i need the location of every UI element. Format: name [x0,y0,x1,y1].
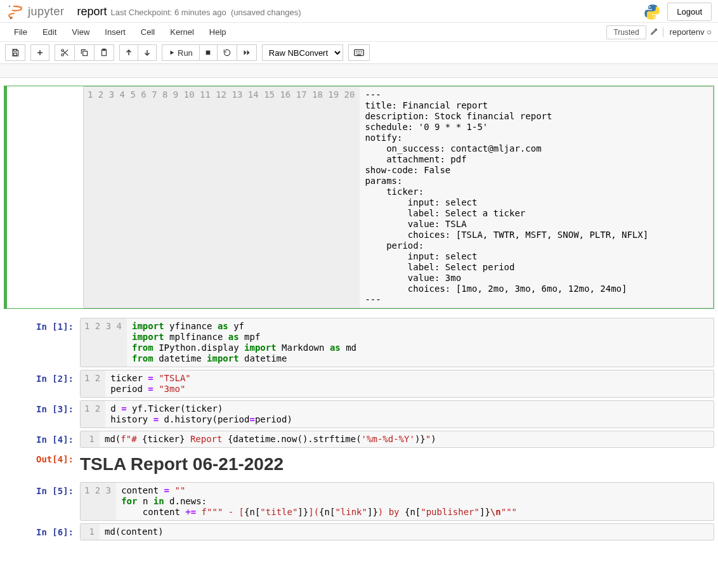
checkpoint-status: Last Checkpoint: 6 minutes ago (unsaved … [111,8,301,17]
line-gutter: 1 [81,524,100,540]
arrow-up-icon [125,49,133,56]
notebook-name[interactable]: report [77,5,107,18]
svg-point-10 [62,49,64,52]
in-prompt: In [1]: [4,318,80,367]
in-prompt: In [3]: [4,400,80,428]
line-gutter: 1 2 [81,401,105,428]
menu-file[interactable]: File [6,23,35,41]
line-gutter: 1 2 3 4 5 6 7 8 9 10 11 12 13 14 15 16 1… [84,87,360,308]
move-up-button[interactable] [119,44,138,61]
svg-point-2 [9,5,11,7]
menubar: FileEditViewInsertCellKernelHelp Trusted… [0,23,718,42]
code-content[interactable]: content = "" for n in d.news: content +=… [116,483,714,520]
in-prompt: In [2]: [4,370,80,398]
trusted-indicator[interactable]: Trusted [606,25,646,39]
keyboard-icon [354,49,364,56]
code-content[interactable]: ticker = "TSLA" period = "3mo" [105,370,714,397]
header-right: Logout [643,3,712,21]
insert-cell-button[interactable] [30,44,49,61]
svg-point-1 [9,13,22,18]
code-cell[interactable]: In [2]:1 2ticker = "TSLA" period = "3mo" [4,370,714,398]
paste-button[interactable] [94,44,114,61]
svg-rect-7 [14,49,17,51]
command-palette-button[interactable] [348,44,370,61]
code-input-area[interactable]: 1md(content) [80,523,714,540]
in-prompt: In [4]: [4,431,80,448]
code-content[interactable]: d = yf.Ticker(ticker) history = d.histor… [105,401,714,428]
code-cell[interactable]: In [5]:1 2 3content = "" for n in d.news… [4,482,714,521]
notebook-header: jupyter report Last Checkpoint: 6 minute… [0,0,718,23]
menu-insert[interactable]: Insert [97,23,133,41]
restart-run-all-button[interactable] [237,44,257,61]
copy-icon [80,48,89,57]
edit-pencil-icon[interactable] [650,27,659,37]
copy-button[interactable] [74,44,94,61]
menu-edit[interactable]: Edit [35,23,64,41]
svg-rect-11 [83,51,88,56]
code-cell[interactable]: In [1]:1 2 3 4import yfinance as yf impo… [4,318,714,367]
svg-point-5 [649,6,651,7]
menu-help[interactable]: Help [202,23,234,41]
menu-kernel[interactable]: Kernel [162,23,202,41]
interrupt-button[interactable] [199,44,217,61]
markdown-output: TSLA Report 06-21-2022 [80,450,714,480]
move-down-button[interactable] [138,44,157,61]
code-content[interactable]: import yfinance as yf import mplfinance … [127,318,714,367]
restart-button[interactable] [217,44,237,61]
plus-icon [36,49,44,56]
svg-point-6 [654,16,655,18]
logout-button[interactable]: Logout [667,3,712,21]
code-input-area[interactable]: 1md(f"# {ticker} Report {datetime.now().… [80,431,714,448]
code-input-area[interactable]: 1 2d = yf.Ticker(ticker) history = d.his… [80,400,714,428]
code-input-area[interactable]: 1 2 3content = "" for n in d.news: conte… [80,482,714,521]
scissors-icon [60,48,69,57]
fast-forward-icon [242,49,251,56]
svg-rect-14 [206,51,211,55]
in-prompt [7,86,83,308]
arrow-down-icon [143,49,151,56]
notebook-container: 1 2 3 4 5 6 7 8 9 10 11 12 13 14 15 16 1… [0,78,718,562]
menu-list: FileEditViewInsertCellKernelHelp [6,23,234,41]
restart-icon [223,48,232,57]
raw-cell[interactable]: 1 2 3 4 5 6 7 8 9 10 11 12 13 14 15 16 1… [4,86,714,309]
jupyter-logo[interactable]: jupyter [6,3,65,21]
line-gutter: 1 2 [81,370,105,397]
kernel-name[interactable]: reportenv ○ [663,27,712,37]
output-cell: Out[4]:TSLA Report 06-21-2022 [4,450,714,480]
code-cell[interactable]: In [4]:1md(f"# {ticker} Report {datetime… [4,431,714,448]
jupyter-logo-icon [6,3,24,21]
code-cell[interactable]: In [6]:1md(content) [4,523,714,540]
svg-point-3 [21,6,22,8]
save-icon [11,48,20,57]
toolbar-gap [0,64,718,78]
code-input-area[interactable]: 1 2 3 4 5 6 7 8 9 10 11 12 13 14 15 16 1… [83,86,714,308]
run-button[interactable]: Run [162,44,199,61]
stop-icon [205,49,211,56]
cell-type-select[interactable]: Raw NBConvert [262,44,343,61]
svg-point-0 [9,6,22,10]
menubar-right: Trusted reportenv ○ [606,25,712,39]
code-content[interactable]: md(content) [100,524,714,540]
kernel-busy-icon: ○ [707,27,712,37]
title-area: report Last Checkpoint: 6 minutes ago (u… [77,5,301,18]
svg-point-4 [10,17,12,19]
play-icon [169,49,175,56]
code-cell[interactable]: In [3]:1 2d = yf.Ticker(ticker) history … [4,400,714,428]
output-heading: TSLA Report 06-21-2022 [80,454,714,474]
line-gutter: 1 2 3 4 [81,318,127,367]
code-input-area[interactable]: 1 2ticker = "TSLA" period = "3mo" [80,370,714,398]
paste-icon [100,48,108,57]
save-button[interactable] [5,44,25,61]
cut-button[interactable] [55,44,74,61]
code-input-area[interactable]: 1 2 3 4import yfinance as yf import mplf… [80,318,714,367]
code-content[interactable]: md(f"# {ticker} Report {datetime.now().s… [100,431,714,447]
svg-point-9 [62,54,64,56]
menu-view[interactable]: View [64,23,97,41]
line-gutter: 1 [81,431,100,447]
python-kernel-icon [643,3,661,21]
menu-cell[interactable]: Cell [133,23,162,41]
code-content[interactable]: --- title: Financial report description:… [360,87,713,308]
in-prompt: In [5]: [4,482,80,521]
svg-rect-8 [14,53,17,56]
jupyter-logo-text: jupyter [28,5,65,18]
